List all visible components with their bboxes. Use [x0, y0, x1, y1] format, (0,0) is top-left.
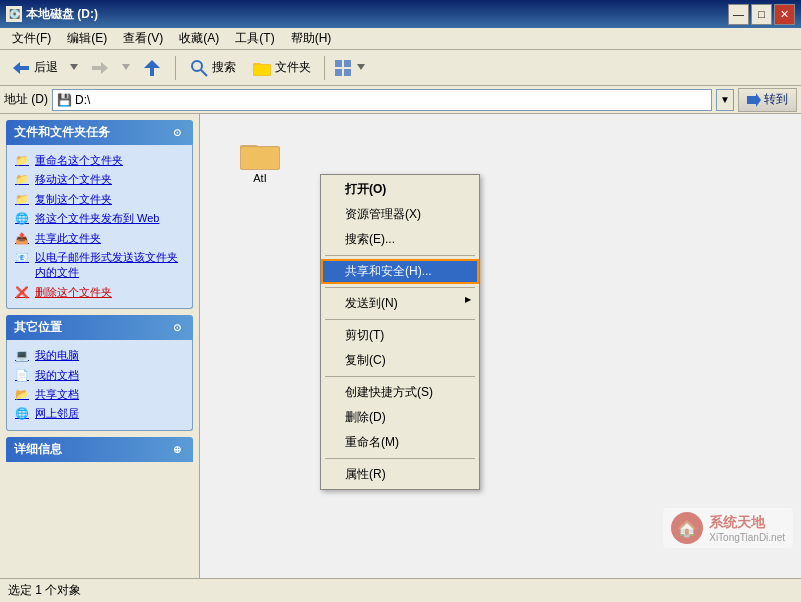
other-places-label: 其它位置	[14, 319, 62, 336]
up-icon	[142, 58, 162, 78]
file-tasks-content: 📁 重命名这个文件夹 📁 移动这个文件夹 📁 复制这个文件夹 🌐 将这个文件夹发…	[6, 145, 193, 309]
forward-dropdown-icon	[122, 64, 130, 72]
context-menu: 打开(O) 资源管理器(X) 搜索(E)... 共享和安全(H)... 发送到(…	[320, 174, 480, 490]
back-icon	[11, 58, 31, 78]
delete-folder-item[interactable]: ❌ 删除这个文件夹	[11, 283, 188, 302]
rename-folder-icon: 📁	[15, 153, 29, 168]
right-content: AtI 打开(O) 资源管理器(X) 搜索(E)... 共享和安全(H)... …	[200, 114, 801, 578]
folders-button[interactable]: 文件夹	[245, 54, 318, 82]
title-text: 本地磁盘 (D:)	[26, 6, 728, 23]
rename-folder-label: 重命名这个文件夹	[35, 153, 123, 168]
file-tasks-label: 文件和文件夹任务	[14, 124, 110, 141]
ctx-share-security[interactable]: 共享和安全(H)...	[321, 259, 479, 284]
shared-docs-item[interactable]: 📂 共享文档	[11, 385, 188, 404]
forward-dropdown[interactable]	[119, 60, 133, 76]
goto-button[interactable]: 转到	[738, 88, 797, 112]
share-folder-label: 共享此文件夹	[35, 231, 101, 246]
menu-tools[interactable]: 工具(T)	[227, 28, 282, 49]
title-bar: 💽 本地磁盘 (D:) — □ ✕	[0, 0, 801, 28]
back-button[interactable]: 后退	[4, 54, 65, 82]
ctx-rename[interactable]: 重命名(M)	[321, 430, 479, 455]
svg-rect-4	[150, 68, 154, 76]
file-tasks-collapse-icon: ⊙	[169, 125, 185, 141]
ctx-open[interactable]: 打开(O)	[321, 177, 479, 202]
svg-rect-14	[344, 69, 351, 76]
ctx-explorer[interactable]: 资源管理器(X)	[321, 202, 479, 227]
move-folder-label: 移动这个文件夹	[35, 172, 112, 187]
forward-icon	[90, 58, 110, 78]
close-button[interactable]: ✕	[774, 4, 795, 25]
search-icon	[189, 58, 209, 78]
title-icon: 💽	[6, 6, 22, 22]
up-button[interactable]	[135, 54, 169, 82]
ctx-create-shortcut[interactable]: 创建快捷方式(S)	[321, 380, 479, 405]
ctx-properties[interactable]: 属性(R)	[321, 462, 479, 487]
folder-item[interactable]: AtI	[220, 134, 300, 188]
delete-folder-icon: ❌	[15, 285, 29, 300]
toolbar-sep-1	[175, 56, 176, 80]
views-icon	[334, 58, 354, 78]
forward-button[interactable]	[83, 54, 117, 82]
network-neighbors-item[interactable]: 🌐 网上邻居	[11, 404, 188, 423]
ctx-search[interactable]: 搜索(E)...	[321, 227, 479, 252]
svg-marker-2	[92, 62, 108, 74]
minimize-button[interactable]: —	[728, 4, 749, 25]
menu-file[interactable]: 文件(F)	[4, 28, 59, 49]
ctx-cut[interactable]: 剪切(T)	[321, 323, 479, 348]
menu-favorites[interactable]: 收藏(A)	[171, 28, 227, 49]
move-folder-item[interactable]: 📁 移动这个文件夹	[11, 170, 188, 189]
svg-marker-1	[70, 64, 78, 70]
menu-help[interactable]: 帮助(H)	[283, 28, 340, 49]
email-files-label: 以电子邮件形式发送该文件夹内的文件	[35, 250, 184, 281]
menu-bar: 文件(F) 编辑(E) 查看(V) 收藏(A) 工具(T) 帮助(H)	[0, 28, 801, 50]
goto-arrow-icon	[747, 93, 761, 107]
my-documents-icon: 📄	[15, 368, 29, 383]
back-dropdown[interactable]	[67, 60, 81, 76]
svg-rect-19	[241, 147, 279, 169]
my-documents-item[interactable]: 📄 我的文档	[11, 366, 188, 385]
svg-marker-15	[357, 64, 365, 70]
email-files-item[interactable]: 📧 以电子邮件形式发送该文件夹内的文件	[11, 248, 188, 283]
status-bar: 选定 1 个对象	[0, 578, 801, 602]
publish-web-item[interactable]: 🌐 将这个文件夹发布到 Web	[11, 209, 188, 228]
svg-rect-20	[241, 147, 279, 148]
publish-web-icon: 🌐	[15, 211, 29, 226]
svg-rect-12	[344, 60, 351, 67]
svg-marker-0	[13, 62, 29, 74]
window-controls: — □ ✕	[728, 4, 795, 25]
share-folder-icon: 📤	[15, 231, 29, 246]
rename-folder-item[interactable]: 📁 重命名这个文件夹	[11, 151, 188, 170]
svg-point-6	[192, 61, 202, 71]
copy-folder-icon: 📁	[15, 192, 29, 207]
other-places-header[interactable]: 其它位置 ⊙	[6, 315, 193, 340]
menu-edit[interactable]: 编辑(E)	[59, 28, 115, 49]
address-dropdown[interactable]: ▼	[716, 89, 734, 111]
menu-view[interactable]: 查看(V)	[115, 28, 171, 49]
search-button[interactable]: 搜索	[182, 54, 243, 82]
my-computer-item[interactable]: 💻 我的电脑	[11, 346, 188, 365]
ctx-copy[interactable]: 复制(C)	[321, 348, 479, 373]
ctx-sep-1	[325, 255, 475, 256]
views-button[interactable]	[331, 54, 368, 82]
address-input[interactable]: 💾 D:\	[52, 89, 712, 111]
folder-area: AtI	[200, 114, 801, 208]
toolbar: 后退	[0, 50, 801, 86]
details-header[interactable]: 详细信息 ⊕	[6, 437, 193, 462]
svg-line-7	[201, 70, 207, 76]
views-dropdown-icon	[357, 64, 365, 72]
ctx-sep-5	[325, 458, 475, 459]
watermark: 🏠 系统天地 XiTongTianDi.net	[663, 508, 793, 548]
ctx-delete[interactable]: 删除(D)	[321, 405, 479, 430]
main-content: 文件和文件夹任务 ⊙ 📁 重命名这个文件夹 📁 移动这个文件夹 📁 复制这个文件…	[0, 114, 801, 578]
my-documents-label: 我的文档	[35, 368, 79, 383]
maximize-button[interactable]: □	[751, 4, 772, 25]
file-tasks-section: 文件和文件夹任务 ⊙ 📁 重命名这个文件夹 📁 移动这个文件夹 📁 复制这个文件…	[6, 120, 193, 309]
file-tasks-header[interactable]: 文件和文件夹任务 ⊙	[6, 120, 193, 145]
share-folder-item[interactable]: 📤 共享此文件夹	[11, 229, 188, 248]
toolbar-sep-2	[324, 56, 325, 80]
watermark-text: XiTongTianDi.net	[709, 532, 785, 543]
shared-docs-icon: 📂	[15, 387, 29, 402]
ctx-send-to[interactable]: 发送到(N)	[321, 291, 479, 316]
copy-folder-item[interactable]: 📁 复制这个文件夹	[11, 190, 188, 209]
search-label: 搜索	[212, 59, 236, 76]
